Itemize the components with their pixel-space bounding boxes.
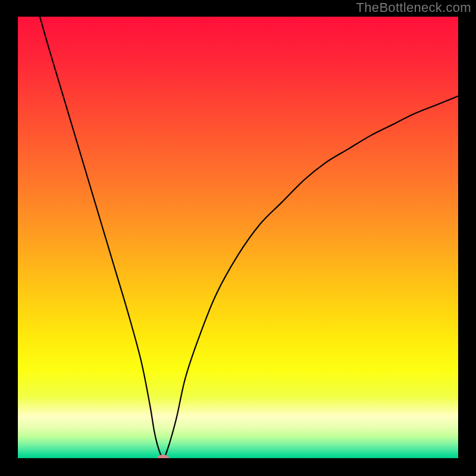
gradient-background — [18, 17, 458, 458]
minimum-marker — [157, 455, 169, 462]
chart-container: TheBottleneck.com — [0, 0, 476, 476]
chart-svg — [0, 0, 476, 476]
watermark-text: TheBottleneck.com — [356, 0, 471, 15]
